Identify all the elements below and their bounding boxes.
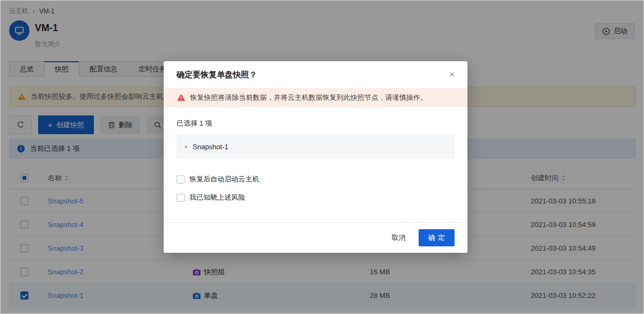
- modal-body: 已选择 1 项 Snapshot-1 恢复后自动启动云主机 我已知晓上述风险: [164, 107, 467, 202]
- close-icon[interactable]: ×: [445, 68, 459, 82]
- modal-danger-alert: 恢复快照将清除当前数据，并将云主机数据恢复到此快照节点，请谨慎操作。: [164, 88, 467, 107]
- autostart-checkbox-label: 恢复后自动启动云主机: [189, 174, 259, 184]
- alert-triangle-icon: [177, 94, 185, 101]
- risk-checkbox[interactable]: [177, 194, 185, 202]
- autostart-checkbox[interactable]: [177, 176, 185, 184]
- risk-checkbox-row[interactable]: 我已知晓上述风险: [177, 193, 455, 202]
- selected-item-name: Snapshot-1: [193, 143, 229, 151]
- cancel-button[interactable]: 取消: [392, 233, 406, 243]
- vm-detail-page: 云主机 › VM-1 VM-1 暂无简介 启动 总览快照配置信息定时任务 当前快…: [0, 0, 644, 314]
- autostart-checkbox-row[interactable]: 恢复后自动启动云主机: [177, 174, 455, 184]
- restore-snapshot-modal: 确定要恢复单盘快照？ × 恢复快照将清除当前数据，并将云主机数据恢复到此快照节点…: [164, 61, 467, 253]
- modal-alert-text: 恢复快照将清除当前数据，并将云主机数据恢复到此快照节点，请谨慎操作。: [190, 93, 427, 103]
- risk-checkbox-label: 我已知晓上述风险: [189, 193, 245, 202]
- modal-header: 确定要恢复单盘快照？: [164, 61, 467, 88]
- selected-item-panel: Snapshot-1: [177, 134, 455, 159]
- bullet-icon: [185, 145, 187, 148]
- confirm-button[interactable]: 确定: [419, 229, 455, 246]
- modal-title: 确定要恢复单盘快照？: [177, 70, 257, 80]
- selected-count-label: 已选择 1 项: [177, 119, 455, 128]
- modal-footer: 取消 确定: [164, 222, 467, 253]
